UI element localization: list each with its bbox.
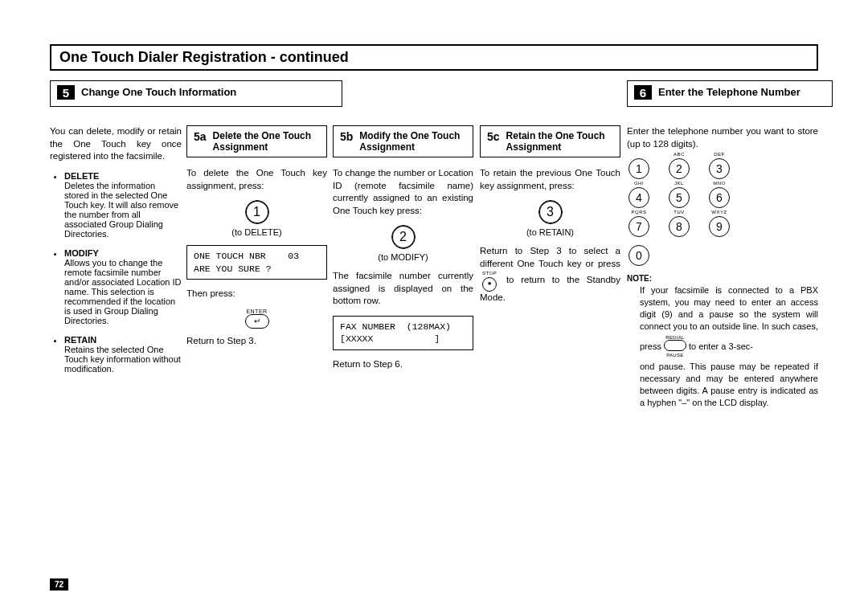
step5c-p1: To retain the previous One Touch key ass… (480, 167, 620, 192)
content-columns: 5 Change One Touch Information 6 Enter t… (50, 80, 818, 595)
step5-intro: You can delete, modify or retain the One… (50, 125, 182, 163)
keypad-icon: 1 ABC2 DEF3 GHI4 JKL5 MNO6 PQRS7 TUV8 WX… (628, 158, 818, 266)
col-definitions: You can delete, modify or retain the One… (50, 125, 182, 383)
step5c-p2: Return to Step 3 to select a different O… (480, 245, 620, 304)
keypad-key-2: ABC2 (669, 158, 690, 179)
stop-key-icon: STOP (482, 270, 497, 292)
enter-key-icon: ENTER ↵ (186, 309, 327, 329)
step5b-header: 5b Modify the One Touch Assignment (333, 125, 473, 157)
note-body: If your facsimile is connected to a PBX … (627, 284, 818, 409)
step5b-p2: The facsimile number currently assigned … (333, 270, 473, 308)
note-heading: NOTE: (627, 274, 818, 283)
def-retain: RETAIN Retains the selected One Touch ke… (64, 335, 182, 374)
keypad-key-3: DEF3 (709, 158, 730, 179)
key-1-icon: 1 (245, 200, 269, 224)
key-2-label: (to MODIFY) (333, 252, 473, 262)
definition-list: DELETE Deletes the information stored in… (50, 171, 182, 374)
redial-pause-key-icon: REDIAL PAUSE (664, 335, 686, 358)
col-5a: 5a Delete the One Touch Assignment To de… (186, 125, 327, 355)
step5b-p1: To change the number or Location ID (rem… (333, 167, 473, 217)
step6-title: Enter the Telephone Number (658, 85, 800, 98)
key-1-label: (to DELETE) (186, 227, 327, 237)
step5a-thenpress: Then press: (186, 288, 327, 300)
keypad-key-7: PQRS7 (628, 216, 649, 237)
keypad-key-0: 0 (628, 245, 649, 266)
manual-page: One Touch Dialer Registration - continue… (0, 0, 868, 613)
keypad-key-6: MNO6 (709, 187, 730, 208)
keypad-key-1: 1 (628, 158, 649, 179)
keypad-key-9: WXYZ9 (709, 216, 730, 237)
step5-number: 5 (57, 85, 75, 100)
step6-number: 6 (634, 85, 652, 100)
step5b-return: Return to Step 6. (333, 358, 473, 371)
page-title: One Touch Dialer Registration - continue… (50, 44, 818, 71)
lcd-5b: FAX NUMBER (128MAX) [XXXXX ] (333, 316, 473, 350)
step5c-header: 5c Retain the One Touch Assignment (480, 125, 620, 157)
page-number: 72 (50, 578, 68, 591)
step5a-header: 5a Delete the One Touch Assignment (186, 125, 327, 157)
key-3-label: (to RETAIN) (480, 227, 620, 237)
step5a-p1: To delete the One Touch key assignment, … (186, 167, 327, 192)
step6-intro: Enter the telephone number you want to s… (627, 125, 818, 150)
col-5b: 5b Modify the One Touch Assignment To ch… (333, 125, 473, 378)
col-5c: 5c Retain the One Touch Assignment To re… (480, 125, 620, 312)
keypad-key-4: GHI4 (628, 187, 649, 208)
step5-title: Change One Touch Information (81, 85, 236, 98)
keypad-key-8: TUV8 (669, 216, 690, 237)
lcd-5a: ONE TOUCH NBR 03 ARE YOU SURE ? (186, 245, 327, 280)
def-delete: DELETE Deletes the information stored in… (64, 171, 182, 239)
col-step6: Enter the telephone number you want to s… (627, 125, 818, 409)
step5a-return: Return to Step 3. (186, 335, 327, 348)
step5-header: 5 Change One Touch Information (50, 80, 342, 107)
def-modify: MODIFY Allows you to change the remote f… (64, 248, 182, 325)
keypad-key-5: JKL5 (669, 187, 690, 208)
step6-header: 6 Enter the Telephone Number (627, 80, 833, 107)
key-2-icon: 2 (391, 225, 416, 249)
key-3-icon: 3 (538, 200, 563, 224)
